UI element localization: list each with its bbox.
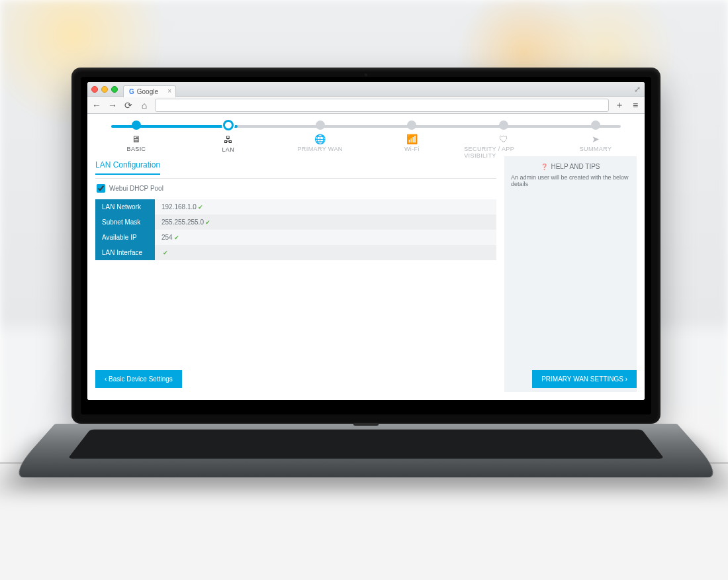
address-bar[interactable] (155, 99, 609, 112)
back-icon[interactable]: ← (91, 100, 102, 111)
step-node (316, 121, 325, 130)
shield-icon: 🛡 (499, 134, 508, 144)
table-row: LAN Network192.168.1.0✔ (95, 199, 496, 215)
send-icon: ➤ (592, 134, 600, 144)
laptop-mockup: G Google × ⤢ ← → ⟳ ⌂ ＋ ≡ (71, 68, 660, 523)
laptop-base (7, 424, 725, 477)
step-label: SUMMARY (580, 146, 612, 152)
step-node (223, 120, 234, 130)
help-title: HELP AND TIPS (511, 163, 630, 170)
table-row: Subnet Mask255.255.255.0✔ (95, 215, 496, 230)
step-label: SECURITY / APP VISIBILITY (464, 146, 543, 159)
wifi-icon: 📶 (406, 134, 418, 144)
dhcp-pool-checkbox[interactable]: Webui DHCP Pool (97, 184, 496, 193)
help-panel: HELP AND TIPS An admin user will be crea… (504, 156, 637, 392)
lan-config-table: LAN Network192.168.1.0✔Subnet Mask255.25… (95, 199, 496, 260)
step-basic[interactable]: 🖥BASIC (97, 121, 176, 159)
step-node (499, 121, 508, 130)
window-controls[interactable] (91, 86, 118, 93)
checkbox-label: Webui DHCP Pool (109, 185, 163, 192)
step-label: Wi-Fi (404, 146, 420, 152)
step-node (132, 121, 141, 130)
config-key: LAN Interface (95, 245, 155, 260)
table-row: LAN Interface✔ (95, 245, 496, 260)
home-icon[interactable]: ⌂ (139, 100, 150, 111)
globe-icon: 🌐 (314, 134, 326, 144)
config-key: LAN Network (95, 199, 155, 215)
screen: G Google × ⤢ ← → ⟳ ⌂ ＋ ≡ (87, 82, 645, 400)
tab-title: Google (137, 88, 158, 95)
network-icon: 🖧 (224, 134, 233, 145)
step-label: PRIMARY WAN (297, 146, 342, 152)
minimize-window-icon[interactable] (101, 86, 108, 93)
reload-icon[interactable]: ⟳ (123, 100, 134, 111)
browser-tab[interactable]: G Google × (123, 85, 176, 97)
next-button[interactable]: PRIMARY WAN SETTINGS › (532, 370, 637, 388)
back-button[interactable]: ‹ Basic Device Settings (95, 370, 182, 388)
section-title: LAN Configuration (95, 156, 160, 175)
check-icon: ✔ (174, 234, 179, 241)
table-row: Available IP254✔ (95, 230, 496, 245)
help-body: An admin user will be created with the b… (511, 174, 630, 187)
config-value[interactable]: 254✔ (155, 230, 496, 245)
step-security-app-visibility[interactable]: 🛡SECURITY / APP VISIBILITY (464, 121, 543, 159)
config-value[interactable]: 255.255.255.0✔ (155, 215, 496, 230)
monitor-icon: 🖥 (132, 134, 141, 144)
step-label: BASIC (126, 146, 146, 152)
config-value[interactable]: 192.168.1.0✔ (155, 199, 496, 215)
add-bookmark-icon[interactable]: ＋ (614, 99, 625, 111)
check-icon: ✔ (205, 219, 210, 226)
fullscreen-icon[interactable]: ⤢ (634, 85, 641, 94)
config-key: Available IP (95, 230, 155, 245)
step-primary-wan[interactable]: 🌐PRIMARY WAN (281, 121, 360, 159)
close-window-icon[interactable] (91, 86, 98, 93)
check-icon: ✔ (163, 250, 168, 256)
forward-icon[interactable]: → (107, 100, 118, 111)
browser-tabstrip: G Google × ⤢ (87, 82, 645, 97)
tab-close-icon[interactable]: × (167, 87, 171, 95)
wizard-stepper: 🖥BASIC🖧LAN🌐PRIMARY WAN📶Wi-Fi🛡SECURITY / … (87, 114, 645, 156)
step-label: LAN (222, 146, 234, 153)
step-lan[interactable]: 🖧LAN (189, 121, 268, 159)
check-icon: ✔ (198, 204, 203, 211)
step-wi-fi[interactable]: 📶Wi-Fi (372, 121, 451, 159)
menu-icon[interactable]: ≡ (630, 100, 641, 111)
step-summary[interactable]: ➤SUMMARY (556, 121, 635, 159)
google-favicon: G (129, 88, 134, 95)
step-node (407, 121, 416, 130)
step-node (591, 121, 600, 130)
browser-toolbar: ← → ⟳ ⌂ ＋ ≡ (87, 97, 645, 114)
config-key: Subnet Mask (95, 215, 155, 230)
config-value[interactable]: ✔ (155, 245, 496, 260)
router-setup-wizard: 🖥BASIC🖧LAN🌐PRIMARY WAN📶Wi-Fi🛡SECURITY / … (87, 114, 645, 400)
maximize-window-icon[interactable] (111, 86, 118, 93)
